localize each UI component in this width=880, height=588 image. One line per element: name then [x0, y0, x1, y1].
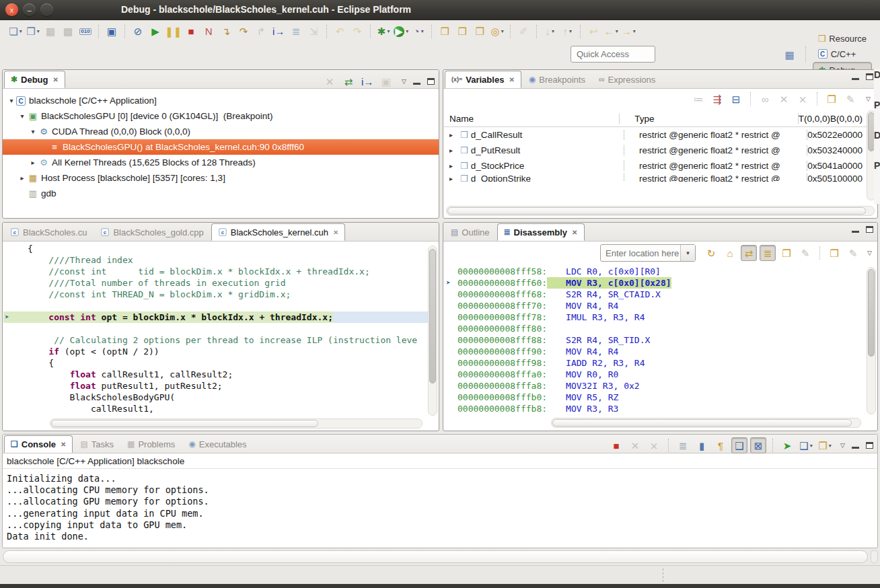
watch-expression-button[interactable]: ∞	[757, 91, 773, 107]
debug-tree-row[interactable]: ▾⚙CUDA Thread (0,0,0) Block (0,0,0)	[3, 124, 439, 139]
dropdown-arrow-icon[interactable]: ▾	[633, 28, 636, 34]
close-window-button[interactable]: x	[5, 3, 18, 16]
scroll-lock-button[interactable]: ▮	[694, 437, 710, 453]
column-type[interactable]: Type	[620, 114, 799, 124]
maximize-window-button[interactable]	[40, 3, 53, 16]
tab-breakpoints[interactable]: ◉Breakpoints	[523, 71, 591, 88]
refresh-view-button[interactable]: ↻	[703, 245, 719, 261]
editor-horizontal-scrollbar[interactable]	[50, 418, 423, 429]
profile-menu-button[interactable]: ◔▾	[410, 24, 427, 40]
show-source-button[interactable]: ≣	[288, 24, 304, 40]
minimize-view-icon[interactable]	[413, 83, 420, 85]
code-line[interactable]: if (opt < (optN / 2))	[3, 346, 428, 357]
forward-pale-button[interactable]: ↷	[349, 24, 365, 40]
tree-expander-icon[interactable]: ▸	[449, 147, 457, 154]
open-console-button[interactable]: ▣	[104, 24, 120, 40]
debug-tree-row[interactable]: ▥gdb	[3, 186, 439, 201]
search-button[interactable]: ◎▾	[489, 24, 505, 40]
new-project-button[interactable]: ❐▾	[25, 24, 41, 40]
tab-outline[interactable]: ▤Outline	[445, 223, 496, 241]
debug-tree-row[interactable]: ▾▣BlackScholesGPU [0] [device 0 (GK104GL…	[3, 108, 439, 124]
open-resource-button[interactable]: ❐	[472, 24, 488, 40]
disasm-line[interactable]: 00000000008fff80:	[444, 323, 867, 334]
tree-expander-icon[interactable]: ▾	[17, 112, 27, 120]
pin-debug-context-button[interactable]: ▣	[378, 73, 394, 89]
disasm-line[interactable]: 00000000008fff70:MOV R4, R4	[444, 300, 867, 311]
step-over-button[interactable]: ↷	[235, 24, 252, 40]
home-location-button[interactable]: ⌂	[722, 245, 738, 261]
minimize-view-icon[interactable]	[852, 447, 859, 449]
code-line-current[interactable]: ➤ const int opt = blockDim.x * blockIdx.…	[3, 311, 428, 323]
dropdown-arrow-icon[interactable]: ▾	[421, 28, 424, 34]
display-console-button[interactable]: ❑▾	[798, 437, 814, 453]
resume-button[interactable]: ▶	[147, 24, 163, 40]
drop-to-frame-button[interactable]: ⇲	[305, 24, 322, 40]
console-output[interactable]: Initializing data......allocating CPU me…	[3, 469, 877, 542]
perspective-resource[interactable]: ❒Resource	[813, 31, 872, 46]
clear-console-button[interactable]: ≣	[675, 437, 691, 453]
tree-expander-icon[interactable]: ▸	[28, 159, 38, 166]
variable-row[interactable]: ▸❒d_OptionStrikerestrict @generic float2…	[444, 174, 867, 182]
close-tab-icon[interactable]: ✕	[333, 229, 338, 236]
code-line[interactable]: {	[3, 357, 428, 369]
sync-selection-toggle[interactable]: ⇄	[741, 245, 757, 261]
open-view-button[interactable]: ✎	[845, 245, 861, 261]
maximize-view-icon[interactable]	[866, 442, 873, 449]
disasm-line[interactable]: 00000000008fffa8:MOV32I R3, 0x2	[444, 380, 867, 392]
code-line[interactable]: callResult1,	[3, 403, 428, 414]
tree-expander-icon[interactable]: ▾	[28, 128, 38, 135]
disassembly-listing[interactable]: 00000000008fff58:LDC R0, c[0x0][R0]➤0000…	[444, 266, 867, 416]
perspective-cpp[interactable]: CC/C++	[813, 46, 872, 62]
tab-blackscholes-cu[interactable]: cBlackScholes.cu	[4, 223, 93, 241]
tab-tasks[interactable]: ▤Tasks	[74, 435, 120, 453]
disassembly-horizontal-scrollbar[interactable]	[551, 418, 861, 428]
step-into-button[interactable]: ↴	[218, 24, 234, 40]
disasm-line[interactable]: 00000000008fff58:LDC R0, c[0x0][R0]	[444, 266, 867, 277]
dropdown-arrow-icon[interactable]: ▾	[616, 28, 618, 34]
code-line[interactable]	[3, 300, 428, 311]
remove-variable-button[interactable]: ✕	[776, 91, 792, 107]
disasm-line[interactable]: 00000000008fff78:IMUL R3, R3, R4	[444, 311, 867, 323]
pin-console-button[interactable]: ➤	[779, 437, 795, 453]
remove-terminated-button[interactable]: ✕	[322, 73, 338, 89]
show-on-stderr-toggle[interactable]: ⊠	[750, 437, 766, 453]
view-menu-icon[interactable]: ▽	[867, 250, 872, 256]
open-element-button[interactable]: ❒	[454, 24, 470, 40]
debug-tree-row-selected[interactable]: ≡BlackScholesGPU() at BlackScholes_kerne…	[3, 139, 439, 155]
editor-vertical-scrollbar[interactable]	[428, 246, 437, 416]
terminate-button[interactable]: ■	[183, 24, 199, 40]
code-line[interactable]: BlackScholesBodyGPU(	[3, 392, 428, 403]
open-view-button[interactable]: ✎	[797, 245, 813, 261]
variable-row[interactable]: ▸❒d_StockPricerestrict @generic float2 *…	[444, 158, 867, 174]
tab-problems[interactable]: ▦Problems	[121, 435, 181, 453]
open-console-button[interactable]: ❐▾	[817, 437, 833, 453]
debug-menu-button[interactable]: ✱▾	[375, 24, 392, 40]
terminate-console-button[interactable]: ■	[608, 437, 624, 453]
minimize-window-button[interactable]: –	[23, 3, 36, 16]
new-view-button[interactable]: ❐	[778, 245, 795, 261]
restart-button[interactable]: ⇄	[340, 73, 357, 89]
show-on-stdout-toggle[interactable]: ❑	[731, 437, 747, 453]
dropdown-arrow-icon[interactable]: ▾	[37, 28, 40, 34]
word-wrap-button[interactable]: ¶	[712, 437, 729, 453]
remove-all-variables-button[interactable]: ⨯	[795, 91, 811, 107]
location-dropdown-icon[interactable]: ▼	[680, 245, 695, 261]
variables-table-header[interactable]: Name Type T(0,0,0)B(0,0,0)	[444, 110, 867, 127]
disasm-line-current[interactable]: ➤00000000008fff60:MOV R3, c[0x0][0x28]	[444, 277, 867, 289]
collapse-all-button[interactable]: ⊟	[728, 91, 744, 107]
show-logical-structure-button[interactable]: ⇶	[709, 91, 725, 107]
tab-disassembly[interactable]: ≣Disassembly✕	[497, 223, 585, 241]
code-line[interactable]: float putResult1, putResult2;	[3, 380, 428, 392]
instruction-stepping-button[interactable]: i→	[270, 24, 287, 40]
tab-debug[interactable]: ✱ Debug ✕	[4, 71, 65, 88]
close-tab-icon[interactable]: ✕	[61, 441, 66, 448]
forward-history-button[interactable]: →▾	[620, 24, 636, 40]
new-view-button[interactable]: ❐	[826, 245, 842, 261]
variable-row[interactable]: ▸❒d_PutResultrestrict @generic float2 * …	[444, 143, 867, 158]
next-annotation-button[interactable]: ↓▾	[542, 24, 558, 40]
disconnect-button[interactable]: N	[200, 24, 217, 40]
dropdown-arrow-icon[interactable]: ▾	[552, 28, 554, 34]
open-view-button[interactable]: ✎	[842, 91, 858, 107]
column-thread-block[interactable]: T(0,0,0)B(0,0,0)	[799, 114, 867, 124]
back-pale-button[interactable]: ↶	[332, 24, 348, 40]
